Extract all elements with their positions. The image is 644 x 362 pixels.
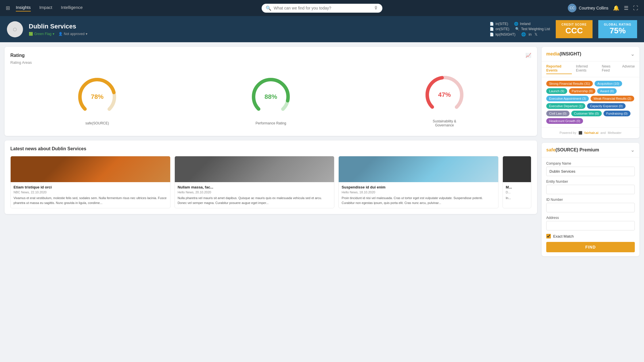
safe-source-title: safe(SOURCE) Premium [546,147,599,153]
media-insight-title: media(INSIGHT) [546,51,581,57]
chart-icon[interactable]: 📈 [526,53,531,58]
mic-icon[interactable]: 🎙 [374,5,378,11]
globe-icon: 🌐 [514,22,518,26]
doc-icon: 📄 [490,22,494,26]
news-headline-0: Etiam tristique id orci [14,185,167,189]
entity-number-input[interactable] [546,185,635,194]
rating-card: Rating 📈 Rating Areas 78% [5,47,537,136]
gauge-sustainability-label: Sustainability & Governance [427,119,462,127]
avatar: CC [568,4,576,12]
global-rating-label: GLOBAL RATING [604,23,631,26]
news-section: Latest news about Dublin Services Etiam … [5,140,537,214]
approval-icon: 👤 [58,32,63,36]
globe2-icon[interactable]: 🌐 [521,32,526,36]
tag-partnership[interactable]: Partnership (9) [569,88,596,94]
media-insight-chevron[interactable]: ⌄ [630,51,635,57]
nav-impact[interactable]: Impact [39,5,52,11]
company-name-input[interactable] [546,167,635,176]
news-body-2: Proin tincidunt id nisi vel malesuada. C… [342,196,495,205]
linkedin-icon[interactable]: in [529,32,532,36]
safe-source-header: safe(SOURCE) Premium ⌄ [542,143,639,157]
approval-chevron: ▾ [86,32,87,36]
test-icon: 🔍 [515,27,520,31]
doc2-icon: 📄 [490,27,494,31]
twitter-icon[interactable]: 𝕏 [534,32,537,36]
search-bar: 🔍 🎙 [262,4,382,13]
news-headline-2: Suspendisse id dui enim [342,185,495,189]
search-icon: 🔍 [266,5,271,11]
tag-exec-departure[interactable]: Executive Departure (1) [546,103,585,109]
tag-weak-financial[interactable]: Weak Financial Results (2) [591,96,634,101]
entity-number-field: Entity Number [546,180,635,194]
user-profile[interactable]: CC Courtney Collins [568,4,608,12]
news-card-2[interactable]: Suspendisse id dui enim Hello News, 18.1… [338,156,499,208]
news-img-2 [339,156,498,182]
tab-news-feed[interactable]: News Feed [602,64,618,74]
green-flag-badge[interactable]: 🟩 Green Flag ▾ [29,32,54,36]
news-card-1[interactable]: Nullam massa, fac... Hello News, 20.10.2… [175,156,335,208]
exact-match-checkbox[interactable] [546,234,551,238]
company-meta: 📄 in(SITE) 🌐 Ireland 📄 on(SITE) 🔍 Test W… [490,22,550,36]
tag-capacity[interactable]: Capacity Expansion (0) [587,103,626,109]
left-panel: Rating 📈 Rating Areas 78% [5,47,537,214]
flag-icon: 🟩 [29,32,33,36]
news-card-3[interactable]: M... D... In... [503,156,531,208]
tag-exec-appointment[interactable]: Executive Appointment (3) [546,96,589,101]
exact-match-label: Exact Match [553,234,574,238]
rating-title: Rating [10,53,25,58]
news-source-2: Hello News, 18.10.2020 [342,190,495,194]
approval-badge[interactable]: 👤 Not approved ▾ [58,32,87,36]
safe-source-form: Company Name Entity Number ID Number Add… [542,157,639,256]
main-layout: Rating 📈 Rating Areas 78% [0,42,644,261]
gauge-performance-label: Performance Rating [256,121,286,125]
global-rating-value: 75% [604,26,631,35]
meltwater-brand: Meltwater [608,131,622,134]
news-cards: Etiam tristique id orci NBC News, 22.10.… [10,156,531,208]
address-input[interactable] [546,221,635,230]
company-logo: ○ [7,21,23,37]
top-nav: ⊞ Insights Impact Intelligence 🔍 🎙 CC Co… [0,0,644,16]
news-headline-3: M... [506,185,528,189]
tab-inferred-events[interactable]: Inferred Events [576,64,598,74]
search-input[interactable] [274,6,371,10]
tab-reported-events[interactable]: Reported Events [546,64,572,74]
user-name: Courtney Collins [579,6,608,10]
tag-customer-win[interactable]: Customer Win (0) [571,111,602,116]
news-source-1: Hello News, 20.10.2020 [178,190,331,194]
gauge-sustainability: 47% Sustainability & Governance [423,73,466,127]
tag-fundraising[interactable]: Fundraising (0) [603,111,630,116]
find-button[interactable]: FIND [546,242,635,252]
id-number-input[interactable] [546,203,635,212]
company-badges: 🟩 Green Flag ▾ 👤 Not approved ▾ [29,32,484,36]
exact-match-row: Exact Match [546,234,635,238]
tag-acquisition[interactable]: Acquisition (10) [595,81,622,86]
company-header: ○ Dublin Services 🟩 Green Flag ▾ 👤 Not a… [0,16,644,42]
news-body-1: Nulla pharetra vel mauris sit amet dapib… [178,196,331,205]
tag-award[interactable]: Award (8) [597,88,616,94]
tag-headcount[interactable]: Headcount Growth (0) [546,118,583,124]
gauge-performance: 88% Performance Rating [249,75,292,125]
news-card-0[interactable]: Etiam tristique id orci NBC News, 22.10.… [10,156,170,208]
nav-insights[interactable]: Insights [16,5,31,11]
safe-source-card: safe(SOURCE) Premium ⌄ Company Name Enti… [542,143,639,256]
fullscreen-icon[interactable]: ⛶ [633,5,638,11]
news-headline-1: Nullam massa, fac... [178,185,331,189]
tag-civil-law[interactable]: Civil Law (0) [546,111,570,116]
tag-strong-financial[interactable]: Strong Financial Results (31) [546,81,593,86]
safe-source-chevron[interactable]: ⌄ [630,147,635,153]
credit-score-box: CREDIT SCORE CCC [556,20,593,38]
tag-launch[interactable]: Launch (9) [546,88,567,94]
nav-right: CC Courtney Collins 🔔 ☰ ⛶ [568,4,638,12]
grid-icon[interactable]: ⊞ [6,5,10,11]
tab-adverse[interactable]: Adverse [622,64,635,74]
global-rating-box: GLOBAL RATING 75% [598,20,637,38]
nav-intelligence[interactable]: Intelligence [61,5,83,11]
credit-score-value: CCC [561,26,587,35]
hamburger-menu[interactable]: ☰ [624,5,628,11]
media-insight-tabs: Reported Events Inferred Events News Fee… [542,61,639,77]
right-panel: media(INSIGHT) ⌄ Reported Events Inferre… [542,47,639,256]
notification-bell[interactable]: 🔔 [613,5,619,11]
rating-gauges: 78% safe(SOURCE) 88% [10,70,531,130]
news-source-0: NBC News, 22.10.2020 [14,190,167,194]
gauge-safe-source-label: safe(SOURCE) [85,121,109,125]
